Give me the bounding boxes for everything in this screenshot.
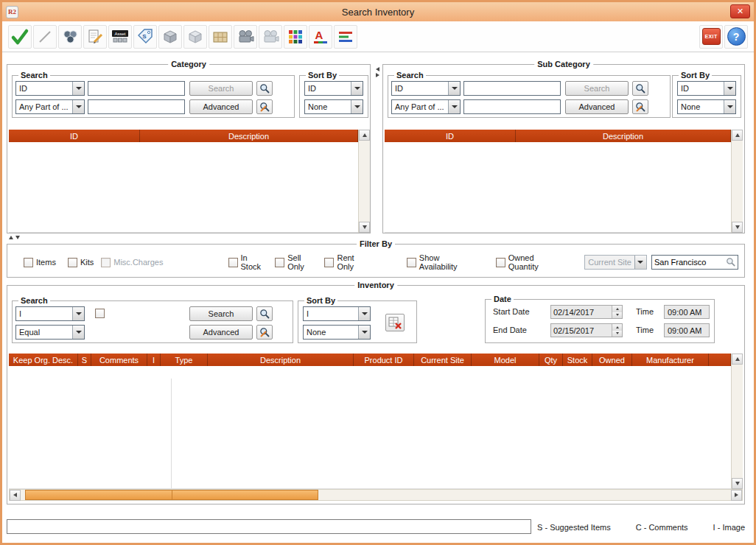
inventory-advanced-button[interactable]: Advanced	[189, 325, 253, 340]
chevron-down-icon[interactable]	[724, 82, 735, 95]
collapse-left-icon[interactable]	[376, 67, 379, 71]
category-match-value-input[interactable]	[88, 99, 185, 114]
site-search-input[interactable]	[652, 258, 726, 267]
color-grid-button[interactable]	[284, 25, 307, 49]
category-advanced-button[interactable]: Advanced	[189, 99, 253, 114]
horizontal-splitter[interactable]	[9, 236, 20, 239]
package-light-button[interactable]	[183, 25, 207, 49]
chevron-down-icon[interactable]	[72, 307, 84, 320]
category-search-field-combo[interactable]: ID	[15, 81, 85, 96]
scroll-left-button[interactable]	[10, 490, 21, 501]
column-header-description[interactable]: Description	[140, 130, 358, 142]
category-advanced-find-button[interactable]	[256, 99, 273, 114]
spin-up-button[interactable]	[612, 324, 622, 331]
sort-colors-button[interactable]	[334, 25, 357, 49]
chevron-down-icon[interactable]	[72, 100, 84, 113]
column-header-id[interactable]: ID	[9, 130, 140, 142]
subcategory-search-field-combo[interactable]: ID	[391, 81, 461, 96]
clear-sort-button[interactable]	[385, 314, 405, 331]
col-comments[interactable]: Comments	[91, 354, 147, 366]
chevron-down-icon[interactable]	[72, 326, 84, 339]
start-date-field[interactable]: 02/14/2017	[550, 305, 623, 319]
col-s[interactable]: S	[78, 354, 91, 366]
package-button[interactable]	[158, 25, 182, 49]
subcategory-match-value-input[interactable]	[463, 99, 561, 114]
chevron-down-icon[interactable]	[358, 326, 370, 339]
font-color-button[interactable]: A	[309, 25, 332, 49]
chevron-down-icon[interactable]	[448, 82, 460, 95]
inventory-match-combo[interactable]: Equal	[15, 325, 85, 340]
subcategory-quick-find-button[interactable]	[632, 81, 648, 96]
end-date-spinner[interactable]	[612, 324, 622, 337]
camera-button[interactable]	[234, 25, 257, 49]
inventory-horizontal-scrollbar[interactable]	[9, 489, 743, 501]
category-search-value-input[interactable]	[88, 81, 185, 96]
filter-checkbox-kits[interactable]: Kits	[68, 258, 94, 267]
chevron-down-icon[interactable]	[358, 307, 370, 320]
chevron-down-icon[interactable]	[351, 82, 363, 95]
spin-down-button[interactable]	[612, 312, 622, 319]
subcategory-sort-secondary-combo[interactable]: None	[677, 99, 736, 114]
scroll-down-button[interactable]	[359, 222, 370, 233]
column-header-id[interactable]: ID	[385, 130, 516, 142]
collapse-up-icon[interactable]	[9, 236, 13, 239]
filter-checkbox-sell-only[interactable]: Sell Only	[275, 253, 312, 271]
col-product-id[interactable]: Product ID	[354, 354, 414, 366]
chevron-down-icon[interactable]	[72, 82, 84, 95]
exit-button[interactable]: EXIT	[699, 25, 723, 49]
chevron-down-icon[interactable]	[634, 256, 646, 269]
line-tool-button[interactable]	[33, 25, 57, 49]
col-stock[interactable]: Stock	[563, 354, 592, 366]
category-vertical-scrollbar[interactable]	[358, 130, 370, 233]
scrollbar-track[interactable]	[359, 141, 370, 222]
filter-checkbox-show-availability[interactable]: Show Availability	[407, 253, 468, 271]
chevron-down-icon[interactable]	[724, 100, 735, 113]
category-quick-find-button[interactable]	[256, 81, 273, 96]
filter-checkbox-owned-quantity[interactable]: Owned Quantity	[496, 253, 556, 271]
spin-up-button[interactable]	[612, 306, 622, 312]
start-time-field[interactable]: 09:00 AM	[664, 305, 710, 319]
spin-down-button[interactable]	[612, 331, 622, 337]
filter-checkbox-items[interactable]: Items	[24, 258, 56, 267]
filter-checkbox-in-stock[interactable]: In Stock	[228, 253, 264, 271]
help-button[interactable]: ?	[724, 25, 748, 49]
site-scope-combo[interactable]: Current Site	[584, 255, 647, 270]
start-date-spinner[interactable]	[612, 306, 622, 318]
scroll-up-button[interactable]	[732, 354, 743, 365]
inventory-table-body[interactable]	[9, 366, 731, 489]
inventory-exact-checkbox[interactable]	[95, 309, 105, 318]
subcategory-sort-primary-combo[interactable]: ID	[677, 81, 736, 96]
inventory-quick-find-button[interactable]	[256, 306, 273, 321]
end-date-field[interactable]: 02/15/2017	[550, 323, 623, 337]
site-search-icon[interactable]	[726, 257, 736, 267]
edit-note-button[interactable]	[83, 25, 107, 49]
collapse-down-icon[interactable]	[15, 236, 20, 239]
col-keep-org-desc[interactable]: Keep Org. Desc.	[9, 354, 78, 366]
site-search-field[interactable]	[651, 255, 738, 270]
filter-checkbox-misc-charges[interactable]: Misc.Charges	[101, 258, 163, 267]
subcategory-table-body[interactable]	[385, 142, 731, 233]
subcategory-advanced-button[interactable]: Advanced	[565, 99, 629, 114]
crate-button[interactable]	[209, 25, 232, 49]
scroll-up-button[interactable]	[732, 130, 743, 141]
inventory-advanced-find-button[interactable]	[256, 325, 273, 340]
column-header-description[interactable]: Description	[516, 130, 731, 142]
category-search-button[interactable]: Search	[189, 81, 253, 96]
inventory-search-button[interactable]: Search	[189, 306, 253, 321]
chevron-down-icon[interactable]	[351, 100, 363, 113]
hscrollbar-track[interactable]	[21, 490, 731, 500]
chevron-down-icon[interactable]	[448, 100, 460, 113]
collapse-right-icon[interactable]	[376, 73, 379, 77]
close-button[interactable]: ✕	[730, 4, 750, 18]
asset-labels-button[interactable]: Asset	[108, 25, 132, 49]
col-owned[interactable]: Owned	[592, 354, 632, 366]
vertical-splitter[interactable]	[372, 64, 382, 233]
scrollbar-track[interactable]	[732, 141, 743, 222]
col-model[interactable]: Model	[472, 354, 539, 366]
category-sort-primary-combo[interactable]: ID	[304, 81, 363, 96]
col-description[interactable]: Description	[208, 354, 354, 366]
inventory-sort-secondary-combo[interactable]: None	[303, 325, 371, 340]
category-match-combo[interactable]: Any Part of ...	[15, 99, 85, 114]
confirm-button[interactable]	[8, 25, 32, 49]
scroll-up-button[interactable]	[359, 130, 370, 141]
